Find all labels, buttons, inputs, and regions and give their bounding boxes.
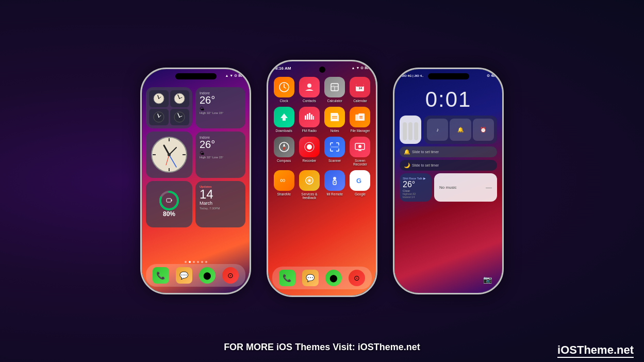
phone2-dock-3[interactable]: ⬤	[325, 270, 342, 286]
slider-1[interactable]	[400, 116, 421, 144]
app-downloads-label: Downloads	[276, 129, 292, 133]
app-clock[interactable]: Clock	[273, 77, 294, 103]
app-screenrec[interactable]: Screen Recorder	[350, 137, 371, 166]
widget-weather-2[interactable]: Indore 26° 🌤 High 32° Low 15°	[195, 131, 245, 178]
control-icons: ♪ 🔔 ⏰	[424, 116, 497, 144]
phone-1: ▲ ▼ ⊙ ▲▼ ⊙ 8080	[140, 68, 251, 294]
svg-point-72	[308, 179, 310, 182]
phone3-controls: ♪ 🔔 ⏰ 🔔 Slide to set timer 🌙	[400, 116, 497, 202]
phone2-apps: Clock Contacts	[273, 77, 371, 202]
svg-rect-49	[358, 113, 365, 121]
phone2-dock-4[interactable]: ⊙	[349, 270, 365, 286]
bottom-widgets-row: Shit Race Talk ▶ 26° Clear highest:32 lo…	[400, 173, 497, 202]
app-scanner[interactable]: Scanner	[324, 137, 345, 166]
app-compass[interactable]: Compass	[273, 137, 294, 166]
weather-temp-2: 26°	[200, 139, 241, 150]
mini-clock-2	[170, 90, 190, 107]
phone-2: 8:16 AM ▲ ▼ ⊙ 80 Cl	[267, 60, 377, 297]
phone2-time: 8:16 AM	[275, 66, 291, 71]
app-calculator[interactable]: ÷× Calculator	[324, 77, 345, 103]
alarm-label-2: Slide to set timer	[412, 163, 439, 167]
app-miremote[interactable]: Mi Remote	[324, 170, 345, 200]
dot-4	[197, 261, 199, 263]
phone2-dock-phone[interactable]: 📞	[279, 270, 295, 286]
svg-rect-45	[313, 116, 314, 120]
bell-icon[interactable]: 🔔	[450, 119, 471, 141]
dot-1	[185, 261, 187, 263]
svg-text:∞: ∞	[280, 176, 285, 184]
battery-percent: 80%	[163, 210, 175, 218]
app-notes[interactable]: Notes	[324, 107, 345, 133]
app-screenrec-label: Screen Recorder	[350, 159, 371, 166]
widget-weather-1[interactable]: Indore 26° 🌤 High 32° Low 15°	[195, 87, 245, 128]
app-recorder[interactable]: Recorder	[299, 137, 320, 166]
mini-clock-4	[170, 109, 190, 126]
widget-calendar[interactable]: Updates 14 March Today, 7:30PM	[195, 181, 245, 227]
app-contacts[interactable]: Contacts	[299, 77, 320, 103]
svg-point-11	[158, 117, 159, 118]
widget-row-1: Indore 26° 🌤 High 32° Low 15°	[146, 87, 245, 128]
phone-1-screen: ▲ ▼ ⊙ ▲▼ ⊙ 8080	[142, 69, 250, 293]
timer-row-1: 🔔 Slide to set timer	[400, 146, 497, 157]
dynamic-island	[175, 73, 217, 79]
svg-rect-44	[311, 114, 312, 120]
lock-weather-widget[interactable]: Shit Race Talk ▶ 26° Clear highest:32 lo…	[400, 173, 432, 202]
app-fm[interactable]: FM Radio	[299, 107, 320, 133]
svg-rect-42	[307, 114, 308, 120]
widget-battery[interactable]: 80%	[146, 181, 192, 227]
svg-text:÷×: ÷×	[332, 84, 335, 87]
no-music-label: No music	[439, 185, 456, 190]
app-files[interactable]: File Manager	[350, 107, 371, 133]
phone1-widgets: Indore 26° 🌤 High 32° Low 15°	[146, 87, 245, 231]
dock-facetime[interactable]: ⬤	[199, 267, 216, 284]
dock-phone[interactable]: 📞	[153, 267, 169, 284]
dock-app4[interactable]: ⊙	[222, 267, 239, 284]
no-music-widget[interactable]: No music —	[434, 173, 497, 202]
app-google-label: Google	[355, 192, 366, 196]
svg-text:G: G	[356, 177, 361, 185]
app-google[interactable]: G Google	[350, 170, 371, 200]
weather-detail-2: High 32° Low 15°	[200, 156, 241, 159]
svg-rect-27	[167, 199, 171, 202]
app-contacts-label: Contacts	[303, 99, 316, 103]
watermark-text: FOR MORE iOS Themes Visit: iOSTheme.net	[224, 342, 420, 353]
phone-3-screen: JIO 4G | JIO 4.. ⊙ 48 0:01	[394, 69, 502, 293]
phone3-notch	[428, 73, 469, 79]
svg-point-7	[179, 98, 180, 99]
app-services-label: Services & feedback	[299, 192, 320, 200]
widget-row-3: 80% Updates 14 March Today, 7:30PM	[146, 181, 245, 227]
app-compass-label: Compass	[277, 159, 291, 162]
app-shareme[interactable]: ∞ ShareMe	[273, 170, 294, 200]
phone2-dock: 📞 💬 ⬤ ⊙	[272, 267, 372, 289]
widget-clock-large[interactable]	[146, 131, 192, 178]
app-files-label: File Manager	[350, 129, 370, 133]
mini-clock-3	[149, 109, 169, 126]
svg-marker-40	[280, 113, 288, 121]
svg-point-73	[333, 177, 336, 180]
sleep-widget[interactable]: 🌙 Slide to set timer	[400, 160, 497, 171]
mini-clock-1	[149, 90, 169, 107]
svg-rect-50	[359, 116, 362, 117]
app-services[interactable]: Services & feedback	[299, 170, 320, 200]
phone2-dock-msg[interactable]: 💬	[302, 270, 319, 286]
status-icons: ▲ ▼ ⊙ ▲▼ ⊙ 8080	[225, 74, 243, 78]
phone-2-screen: 8:16 AM ▲ ▼ ⊙ 80 Cl	[268, 61, 376, 295]
phone2-icons: ▲ ▼ ⊙ 80	[352, 66, 369, 70]
app-miremote-label: Mi Remote	[326, 192, 342, 196]
app-calendar-label: Calendar	[353, 99, 367, 103]
svg-point-67	[358, 145, 361, 148]
svg-point-32	[307, 84, 311, 88]
svg-line-31	[284, 87, 286, 88]
app-calendar[interactable]: 14 Calendar	[350, 77, 371, 103]
dock-messages[interactable]: 💬	[176, 267, 192, 284]
phone3-camera-icon[interactable]: 📷	[483, 275, 492, 284]
svg-point-15	[179, 117, 180, 118]
weather-temp-1: 26°	[200, 95, 241, 105]
app-calc-label: Calculator	[327, 99, 342, 103]
music-icon[interactable]: ♪	[427, 119, 448, 141]
alarm-widget-1[interactable]: 🔔 Slide to set timer	[400, 146, 497, 157]
app-downloads[interactable]: Downloads	[273, 107, 294, 133]
widget-clocks[interactable]	[146, 87, 192, 128]
alarm-icon[interactable]: ⏰	[473, 119, 494, 141]
app-grid: Clock Contacts	[273, 77, 371, 200]
